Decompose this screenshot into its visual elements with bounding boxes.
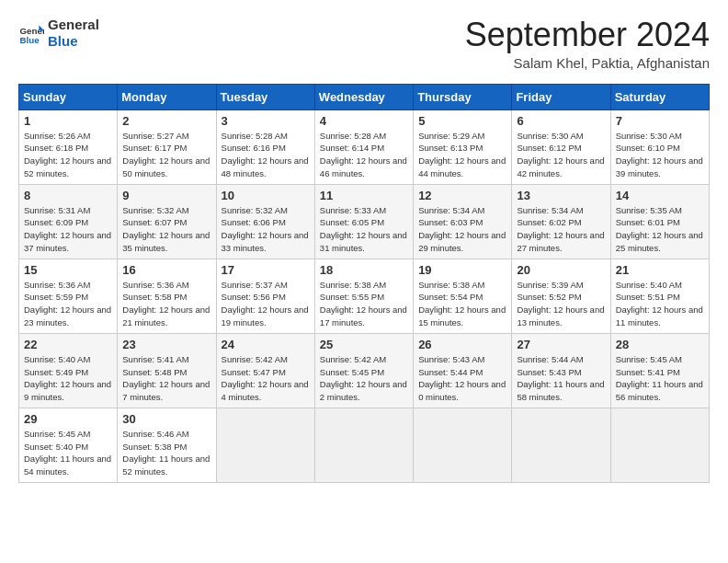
cell-text: Sunrise: 5:42 AMSunset: 5:47 PMDaylight:… — [222, 353, 310, 404]
day-number: 30 — [122, 412, 210, 426]
cell-text: Sunrise: 5:31 AMSunset: 6:09 PMDaylight:… — [24, 204, 112, 255]
cell-text: Sunrise: 5:29 AMSunset: 6:13 PMDaylight:… — [418, 130, 506, 180]
calendar-cell: 20Sunrise: 5:39 AMSunset: 5:52 PMDayligh… — [512, 259, 610, 333]
month-title: September 2024 — [465, 17, 710, 53]
calendar-cell: 21Sunrise: 5:40 AMSunset: 5:51 PMDayligh… — [610, 259, 709, 333]
cell-text: Sunrise: 5:45 AMSunset: 5:40 PMDaylight:… — [24, 428, 112, 478]
calendar-week-row: 22Sunrise: 5:40 AMSunset: 5:49 PMDayligh… — [19, 333, 710, 408]
col-monday: Monday — [118, 84, 216, 109]
calendar-cell: 22Sunrise: 5:40 AMSunset: 5:49 PMDayligh… — [19, 333, 118, 408]
day-number: 2 — [122, 114, 210, 128]
col-wednesday: Wednesday — [314, 84, 413, 109]
calendar-cell: 2Sunrise: 5:27 AMSunset: 6:17 PMDaylight… — [118, 109, 216, 184]
col-saturday: Saturday — [610, 84, 709, 109]
day-number: 20 — [517, 263, 605, 277]
day-number: 7 — [616, 114, 704, 128]
day-number: 16 — [122, 263, 210, 277]
cell-text: Sunrise: 5:35 AMSunset: 6:01 PMDaylight:… — [616, 204, 704, 255]
page-container: General Blue General Blue September 2024… — [0, 0, 728, 492]
day-number: 25 — [320, 338, 408, 351]
logo-text: General — [48, 17, 99, 33]
calendar-week-row: 29Sunrise: 5:45 AMSunset: 5:40 PMDayligh… — [19, 408, 710, 482]
cell-text: Sunrise: 5:42 AMSunset: 5:45 PMDaylight:… — [320, 353, 408, 404]
day-number: 10 — [222, 189, 310, 202]
calendar-cell: 14Sunrise: 5:35 AMSunset: 6:01 PMDayligh… — [610, 184, 709, 259]
calendar-cell: 1Sunrise: 5:26 AMSunset: 6:18 PMDaylight… — [19, 109, 118, 184]
cell-text: Sunrise: 5:26 AMSunset: 6:18 PMDaylight:… — [24, 130, 112, 180]
calendar-week-row: 1Sunrise: 5:26 AMSunset: 6:18 PMDaylight… — [19, 109, 710, 184]
day-number: 9 — [122, 189, 210, 202]
calendar-header-row: Sunday Monday Tuesday Wednesday Thursday… — [19, 84, 710, 109]
calendar-cell: 25Sunrise: 5:42 AMSunset: 5:45 PMDayligh… — [314, 333, 413, 408]
cell-text: Sunrise: 5:44 AMSunset: 5:43 PMDaylight:… — [517, 353, 605, 404]
day-number: 3 — [222, 114, 310, 128]
cell-text: Sunrise: 5:43 AMSunset: 5:44 PMDaylight:… — [418, 353, 506, 404]
calendar-cell: 17Sunrise: 5:37 AMSunset: 5:56 PMDayligh… — [216, 259, 314, 333]
day-number: 28 — [616, 338, 704, 351]
day-number: 18 — [320, 263, 408, 277]
day-number: 24 — [222, 338, 310, 351]
svg-text:Blue: Blue — [19, 35, 40, 45]
day-number: 13 — [517, 189, 605, 202]
cell-text: Sunrise: 5:34 AMSunset: 6:02 PMDaylight:… — [517, 204, 605, 255]
col-thursday: Thursday — [414, 84, 512, 109]
cell-text: Sunrise: 5:40 AMSunset: 5:51 PMDaylight:… — [616, 279, 704, 329]
calendar-cell: 28Sunrise: 5:45 AMSunset: 5:41 PMDayligh… — [610, 333, 709, 408]
calendar-cell: 12Sunrise: 5:34 AMSunset: 6:03 PMDayligh… — [414, 184, 512, 259]
day-number: 22 — [24, 338, 112, 351]
calendar-cell: 15Sunrise: 5:36 AMSunset: 5:59 PMDayligh… — [19, 259, 118, 333]
cell-text: Sunrise: 5:28 AMSunset: 6:16 PMDaylight:… — [222, 130, 310, 180]
cell-text: Sunrise: 5:38 AMSunset: 5:55 PMDaylight:… — [320, 279, 408, 329]
calendar-cell: 10Sunrise: 5:32 AMSunset: 6:06 PMDayligh… — [216, 184, 314, 259]
day-number: 4 — [320, 114, 408, 128]
day-number: 6 — [517, 114, 605, 128]
day-number: 21 — [616, 263, 704, 277]
calendar-cell: 19Sunrise: 5:38 AMSunset: 5:54 PMDayligh… — [414, 259, 512, 333]
title-block: September 2024 Salam Khel, Paktia, Afgha… — [465, 17, 710, 71]
day-number: 23 — [122, 338, 210, 351]
col-friday: Friday — [512, 84, 610, 109]
calendar-cell: 18Sunrise: 5:38 AMSunset: 5:55 PMDayligh… — [314, 259, 413, 333]
calendar-cell — [512, 408, 610, 482]
cell-text: Sunrise: 5:38 AMSunset: 5:54 PMDaylight:… — [418, 279, 506, 329]
header-row: General Blue General Blue September 2024… — [18, 17, 710, 71]
logo-icon: General Blue — [18, 20, 44, 46]
calendar-cell: 16Sunrise: 5:36 AMSunset: 5:58 PMDayligh… — [118, 259, 216, 333]
cell-text: Sunrise: 5:36 AMSunset: 5:59 PMDaylight:… — [24, 279, 112, 329]
calendar-cell: 4Sunrise: 5:28 AMSunset: 6:14 PMDaylight… — [314, 109, 413, 184]
cell-text: Sunrise: 5:30 AMSunset: 6:12 PMDaylight:… — [517, 130, 605, 180]
cell-text: Sunrise: 5:40 AMSunset: 5:49 PMDaylight:… — [24, 353, 112, 404]
calendar-cell — [414, 408, 512, 482]
cell-text: Sunrise: 5:30 AMSunset: 6:10 PMDaylight:… — [616, 130, 704, 180]
cell-text: Sunrise: 5:28 AMSunset: 6:14 PMDaylight:… — [320, 130, 408, 180]
day-number: 8 — [24, 189, 112, 202]
day-number: 1 — [24, 114, 112, 128]
calendar-cell: 11Sunrise: 5:33 AMSunset: 6:05 PMDayligh… — [314, 184, 413, 259]
logo: General Blue General Blue — [18, 17, 99, 50]
calendar-cell: 3Sunrise: 5:28 AMSunset: 6:16 PMDaylight… — [216, 109, 314, 184]
cell-text: Sunrise: 5:32 AMSunset: 6:06 PMDaylight:… — [222, 204, 310, 255]
calendar-cell: 8Sunrise: 5:31 AMSunset: 6:09 PMDaylight… — [19, 184, 118, 259]
cell-text: Sunrise: 5:32 AMSunset: 6:07 PMDaylight:… — [122, 204, 210, 255]
calendar-cell: 7Sunrise: 5:30 AMSunset: 6:10 PMDaylight… — [610, 109, 709, 184]
cell-text: Sunrise: 5:37 AMSunset: 5:56 PMDaylight:… — [222, 279, 310, 329]
calendar-cell: 30Sunrise: 5:46 AMSunset: 5:38 PMDayligh… — [118, 408, 216, 482]
calendar-cell: 5Sunrise: 5:29 AMSunset: 6:13 PMDaylight… — [414, 109, 512, 184]
day-number: 11 — [320, 189, 408, 202]
calendar-cell — [216, 408, 314, 482]
calendar-cell — [314, 408, 413, 482]
col-sunday: Sunday — [19, 84, 118, 109]
cell-text: Sunrise: 5:46 AMSunset: 5:38 PMDaylight:… — [122, 428, 210, 478]
cell-text: Sunrise: 5:27 AMSunset: 6:17 PMDaylight:… — [122, 130, 210, 180]
day-number: 5 — [418, 114, 506, 128]
cell-text: Sunrise: 5:36 AMSunset: 5:58 PMDaylight:… — [122, 279, 210, 329]
calendar-cell: 6Sunrise: 5:30 AMSunset: 6:12 PMDaylight… — [512, 109, 610, 184]
calendar-cell: 29Sunrise: 5:45 AMSunset: 5:40 PMDayligh… — [19, 408, 118, 482]
day-number: 15 — [24, 263, 112, 277]
day-number: 14 — [616, 189, 704, 202]
day-number: 26 — [418, 338, 506, 351]
day-number: 17 — [222, 263, 310, 277]
cell-text: Sunrise: 5:34 AMSunset: 6:03 PMDaylight:… — [418, 204, 506, 255]
day-number: 12 — [418, 189, 506, 202]
cell-text: Sunrise: 5:45 AMSunset: 5:41 PMDaylight:… — [616, 353, 704, 404]
